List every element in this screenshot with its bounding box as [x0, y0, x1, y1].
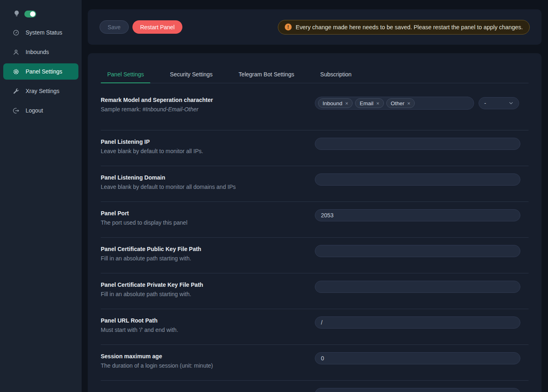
sidebar-item-label: Logout [26, 107, 43, 114]
sidebar-item-label: Inbounds [26, 49, 49, 55]
field-subtitle: Must start with '/' and end with. [101, 327, 315, 333]
field-subtitle: Leave blank by default to monitor all IP… [101, 148, 315, 154]
tab-security-settings[interactable]: Security Settings [163, 71, 219, 83]
save-button[interactable]: Save [100, 20, 129, 34]
sample-remark: #Inbound-Email-Other [143, 106, 199, 113]
form-row-session-max-age: Session maximum age The duration of a lo… [101, 345, 529, 381]
remove-tag-icon[interactable]: × [345, 101, 349, 106]
restart-panel-button[interactable]: Restart Panel [132, 20, 182, 34]
panel-listening-ip-input[interactable] [315, 138, 520, 150]
field-title: Panel URL Root Path [101, 317, 315, 324]
gauge-icon [13, 29, 19, 36]
tag-email: Email × [355, 98, 383, 108]
field-subtitle: The port used to display this panel [101, 219, 315, 226]
sidebar-item-logout[interactable]: Logout [3, 102, 78, 119]
panel-url-root-path-input[interactable] [315, 316, 520, 329]
sidebar-item-label: Xray Settings [26, 88, 59, 94]
field-subtitle: Fill in an absolute path starting with. [101, 255, 315, 262]
remove-tag-icon[interactable]: × [376, 101, 379, 106]
field-title: Remark Model and Seperation charachter [101, 97, 315, 103]
form-row-panel-listening-ip: Panel Listening IP Leave blank by defaul… [101, 130, 529, 166]
selected-separator: - [484, 100, 486, 106]
tag-other: Other × [386, 98, 415, 108]
user-icon [13, 49, 19, 56]
theme-toggle-row [0, 0, 82, 18]
form-row-cert-private-key-path: Panel Certificate Private Key File Path … [101, 273, 529, 309]
field-title: Panel Listening Domain [101, 174, 315, 181]
wrench-icon [13, 88, 19, 95]
form-row-panel-listening-domain: Panel Listening Domain Leave blank by de… [101, 166, 529, 202]
sidebar: System Status Inbounds Panel Settings [0, 0, 82, 392]
form-row-partial [101, 381, 529, 392]
field-title: Panel Certificate Public Key File Path [101, 246, 315, 252]
tab-panel-settings[interactable]: Panel Settings [101, 71, 150, 83]
tag-label: Other [391, 100, 405, 106]
sidebar-item-system-status[interactable]: System Status [3, 24, 78, 41]
settings-tabs: Panel Settings Security Settings Telegra… [101, 53, 529, 83]
form-row-panel-port: Panel Port The port used to display this… [101, 202, 529, 238]
settings-form: Remark Model and Seperation charachter S… [101, 83, 529, 392]
field-subtitle: The duration of a login session (unit: m… [101, 362, 315, 369]
alert-text: Every change made here needs to be saved… [296, 24, 523, 30]
exclamation-circle-icon: ! [285, 24, 292, 30]
sidebar-item-inbounds[interactable]: Inbounds [3, 44, 78, 60]
tab-telegram-bot-settings[interactable]: Telegram Bot Settings [232, 71, 301, 83]
panel-port-input[interactable] [315, 209, 520, 221]
field-subtitle: Fill in an absolute path starting with. [101, 291, 315, 297]
theme-toggle[interactable] [24, 11, 36, 17]
field-title: Panel Certificate Private Key File Path [101, 282, 315, 288]
restart-warning-alert: ! Every change made here needs to be sav… [278, 20, 530, 35]
main-content: Save Restart Panel ! Every change made h… [82, 0, 548, 392]
sidebar-nav: System Status Inbounds Panel Settings [0, 24, 82, 119]
sidebar-item-xray-settings[interactable]: Xray Settings [3, 83, 78, 99]
cert-public-key-path-input[interactable] [315, 245, 520, 257]
tab-subscription[interactable]: Subscription [314, 71, 358, 83]
chevron-down-icon [509, 101, 513, 106]
logout-icon [13, 107, 19, 114]
form-row-remark-model: Remark Model and Seperation charachter S… [101, 83, 529, 130]
sidebar-item-panel-settings[interactable]: Panel Settings [3, 63, 78, 80]
field-title: Session maximum age [101, 353, 315, 360]
tag-inbound: Inbound × [318, 98, 353, 108]
sidebar-item-label: Panel Settings [26, 68, 62, 75]
lightbulb-icon [13, 10, 21, 18]
toolbar-card: Save Restart Panel ! Every change made h… [88, 9, 542, 45]
partial-row-input[interactable] [315, 388, 520, 392]
remark-model-tags-input[interactable]: Inbound × Email × Other × [315, 97, 474, 110]
field-title: Panel Listening IP [101, 139, 315, 145]
gear-icon [13, 68, 19, 75]
field-title: Panel Port [101, 210, 315, 217]
tag-label: Email [360, 100, 373, 106]
form-row-cert-public-key-path: Panel Certificate Public Key File Path F… [101, 238, 529, 273]
remove-tag-icon[interactable]: × [407, 101, 411, 106]
toggle-knob [30, 11, 35, 17]
panel-listening-domain-input[interactable] [315, 173, 520, 186]
subtitle-prefix: Sample remark: [101, 106, 143, 113]
sidebar-item-label: System Status [26, 29, 62, 36]
session-max-age-input[interactable] [315, 352, 520, 364]
settings-card: Panel Settings Security Settings Telegra… [88, 53, 542, 392]
field-subtitle: Sample remark: #Inbound-Email-Other [101, 106, 315, 113]
separator-select[interactable]: - [479, 97, 519, 109]
cert-private-key-path-input[interactable] [315, 281, 520, 293]
tag-label: Inbound [323, 100, 342, 106]
form-row-panel-url-root-path: Panel URL Root Path Must start with '/' … [101, 309, 529, 345]
field-subtitle: Leave blank by default to monitor all do… [101, 184, 315, 190]
